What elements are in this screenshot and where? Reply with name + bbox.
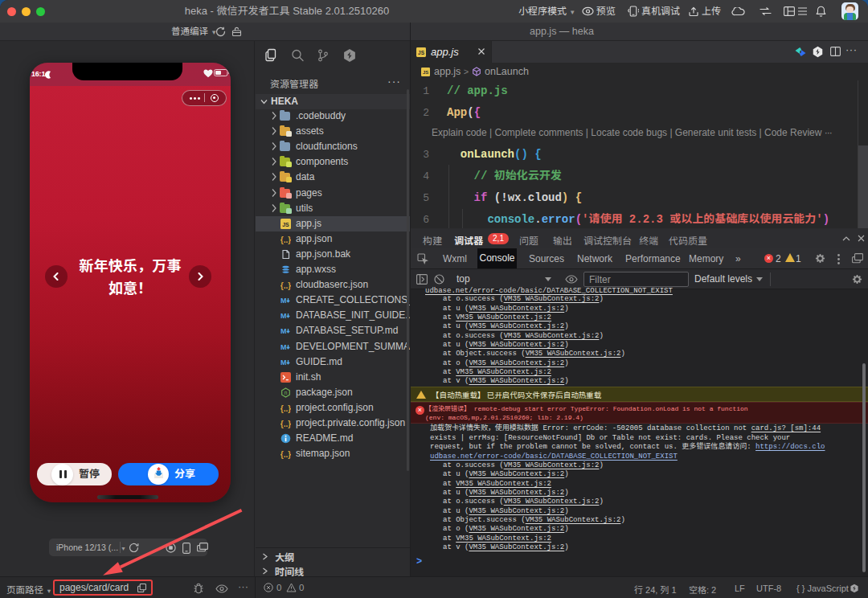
svg-text:n: n xyxy=(285,390,288,395)
svg-text:M: M xyxy=(280,358,287,367)
svg-text:JS: JS xyxy=(282,222,289,227)
svg-text:JS: JS xyxy=(418,50,425,55)
svg-text:M: M xyxy=(280,343,287,351)
svg-text:M: M xyxy=(280,312,287,320)
svg-text:{..}: {..} xyxy=(280,235,291,244)
svg-text:{..}: {..} xyxy=(280,403,291,412)
svg-text:{..}: {..} xyxy=(280,420,291,428)
svg-text:M: M xyxy=(280,327,287,335)
svg-text:{..}: {..} xyxy=(280,450,291,459)
svg-text:M: M xyxy=(280,297,287,305)
svg-text:{..}: {..} xyxy=(280,281,291,290)
svg-text:JS: JS xyxy=(423,70,428,75)
